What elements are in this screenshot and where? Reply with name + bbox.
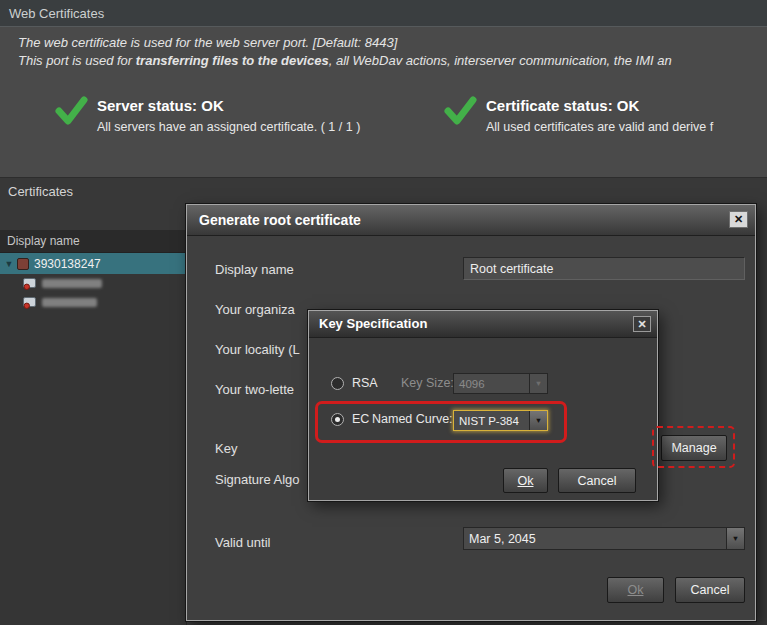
- valid-until-value: Mar 5, 2045: [464, 528, 726, 549]
- named-curve-combobox[interactable]: NIST P-384 ▼: [453, 410, 548, 431]
- signature-algorithm-label: Signature Algo: [215, 472, 300, 487]
- display-name-label: Display name: [215, 262, 294, 277]
- info-line-2: This port is used for transferring files…: [18, 53, 672, 68]
- manage-button[interactable]: Manage: [661, 435, 727, 461]
- close-icon[interactable]: ✕: [633, 316, 651, 332]
- web-certificates-screen: Web Certificates The web certificate is …: [0, 0, 767, 625]
- display-name-input[interactable]: [463, 257, 745, 280]
- status-ok-check-icon: [55, 95, 88, 126]
- two-letter-label: Your two-lette: [215, 382, 294, 397]
- certificates-section-label: Certificates: [8, 184, 73, 199]
- info-line-2-suffix: , all WebDav actions, interserver commun…: [329, 53, 672, 68]
- redacted-certificate-name: [42, 279, 102, 288]
- chevron-down-icon[interactable]: ▼: [726, 528, 744, 549]
- certificate-status-text: Certificate status: OK All used certific…: [486, 95, 713, 134]
- redacted-certificate-name: [42, 298, 97, 307]
- cancel-button[interactable]: Cancel: [675, 577, 745, 603]
- chevron-down-icon: ▼: [529, 374, 547, 393]
- tree-column-header[interactable]: Display name: [0, 230, 186, 253]
- page-title: Web Certificates: [0, 0, 767, 27]
- organization-label: Your organiza: [215, 302, 295, 317]
- tree-row-child[interactable]: [0, 274, 186, 293]
- rsa-radio[interactable]: [331, 377, 344, 390]
- key-dialog-title: Key Specification: [319, 316, 427, 331]
- info-line-2-prefix: This port is used for: [18, 53, 136, 68]
- named-curve-label: Named Curve:: [372, 412, 453, 426]
- info-line-2-bold: transferring files to the devices: [136, 53, 329, 68]
- certificates-tree-panel: Display name ▼ 3930138247: [0, 230, 187, 625]
- server-status-text: Server status: OK All servers have an as…: [97, 95, 360, 134]
- server-status-title: Server status: OK: [97, 95, 360, 114]
- rsa-label[interactable]: RSA: [352, 376, 378, 390]
- close-icon[interactable]: ✕: [729, 211, 748, 228]
- tree-row-child[interactable]: [0, 293, 186, 312]
- certificate-status-subtitle: All used certificates are valid and deri…: [486, 120, 713, 134]
- key-ok-button[interactable]: Ok: [503, 468, 548, 493]
- key-dialog-titlebar: Key Specification ✕: [309, 311, 657, 338]
- info-band: The web certificate is used for the web …: [0, 27, 767, 178]
- server-status: Server status: OK All servers have an as…: [55, 95, 360, 134]
- generate-dialog-titlebar: Generate root certificate ✕: [187, 205, 755, 236]
- certificate-status: Certificate status: OK All used certific…: [444, 95, 713, 134]
- tree-row-root[interactable]: ▼ 3930138247: [0, 253, 186, 274]
- info-line-1: The web certificate is used for the web …: [18, 35, 397, 50]
- ec-radio[interactable]: [331, 413, 344, 426]
- valid-until-combobox[interactable]: Mar 5, 2045 ▼: [463, 527, 745, 550]
- key-size-label: Key Size:: [401, 376, 454, 390]
- valid-until-label: Valid until: [215, 535, 270, 550]
- certificate-icon: [23, 297, 36, 309]
- certificate-status-title: Certificate status: OK: [486, 95, 713, 114]
- status-ok-check-icon: [444, 95, 477, 126]
- key-size-value: 4096: [454, 374, 529, 393]
- server-status-subtitle: All servers have an assigned certificate…: [97, 120, 360, 134]
- locality-label: Your locality (L: [215, 342, 300, 357]
- generate-dialog-title: Generate root certificate: [199, 212, 361, 228]
- ok-button[interactable]: Ok: [607, 577, 664, 603]
- key-label: Key: [215, 441, 237, 456]
- ec-label[interactable]: EC: [352, 412, 369, 426]
- key-cancel-button[interactable]: Cancel: [558, 468, 636, 493]
- tree-expander-icon[interactable]: ▼: [3, 259, 15, 269]
- key-size-combobox: 4096 ▼: [453, 373, 548, 394]
- tree-root-label: 3930138247: [34, 257, 101, 271]
- key-specification-dialog: Key Specification ✕ RSA Key Size: 4096 ▼…: [308, 310, 658, 501]
- certificate-icon: [23, 278, 36, 290]
- chevron-down-icon[interactable]: ▼: [529, 411, 547, 430]
- named-curve-value: NIST P-384: [454, 411, 529, 430]
- site-icon: [17, 258, 29, 270]
